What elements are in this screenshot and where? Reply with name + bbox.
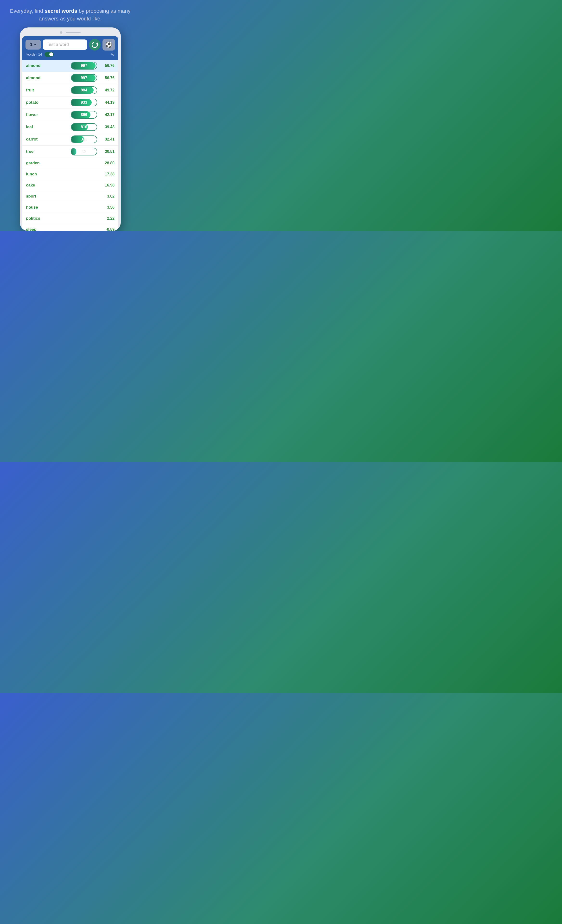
phone-speaker	[66, 32, 81, 33]
word-name: fruit	[26, 88, 71, 93]
score-percent: 30.51	[100, 149, 114, 154]
word-name: sport	[26, 194, 71, 199]
score-percent: 32.41	[100, 137, 114, 141]
score-pill: 997	[71, 62, 97, 69]
category-button[interactable]: ⚽	[102, 39, 115, 51]
phone-frame: 1 Test a word ⚽ words · 14 %	[20, 27, 121, 231]
word-name: almond	[26, 75, 71, 80]
word-name: politics	[26, 216, 71, 221]
word-input[interactable]: Test a word	[43, 39, 87, 50]
phone-top-bar	[22, 31, 118, 36]
score-value: 933	[81, 100, 87, 105]
score-percent: -0.59	[100, 227, 114, 231]
score-percent: 2.22	[100, 216, 114, 220]
score-value: 984	[81, 88, 87, 92]
score-value: 97	[82, 149, 86, 154]
word-name: sleep	[26, 227, 71, 231]
table-row: garden28.80	[22, 158, 118, 169]
stats-left: words · 14	[27, 52, 54, 57]
phone-camera	[60, 31, 62, 34]
table-row: house3.56	[22, 202, 118, 213]
table-row: sleep-0.59	[22, 224, 118, 231]
score-pill: 324	[71, 135, 97, 143]
input-row: 1 Test a word ⚽	[25, 39, 115, 51]
percent-label: %	[111, 52, 114, 56]
word-name: lunch	[26, 172, 71, 177]
toggle-switch[interactable]	[45, 52, 54, 57]
score-value: 997	[81, 63, 87, 68]
word-name: garden	[26, 161, 71, 165]
score-percent: 49.72	[100, 88, 114, 92]
word-name: carrot	[26, 137, 71, 142]
headline: Everyday, find secret words by proposing…	[0, 0, 141, 27]
table-row: tree9730.51	[22, 146, 118, 158]
word-name: potato	[26, 100, 71, 105]
score-pill: 984	[71, 86, 97, 94]
score-percent: 42.17	[100, 112, 114, 117]
app-container: 1 Test a word ⚽ words · 14 %	[22, 36, 118, 231]
score-percent: 56.76	[100, 76, 114, 80]
word-name: flower	[26, 112, 71, 117]
score-percent: 3.56	[100, 205, 114, 210]
table-row: fruit98449.72	[22, 84, 118, 96]
score-percent: 16.98	[100, 183, 114, 188]
table-row: almond99756.76	[22, 60, 118, 72]
headline-part1: Everyday, find	[10, 8, 45, 14]
score-percent: 3.62	[100, 194, 114, 198]
score-value: 816	[81, 125, 87, 129]
score-percent: 56.76	[100, 63, 114, 68]
soccer-icon: ⚽	[105, 41, 112, 48]
score-pill: 933	[71, 99, 97, 106]
words-list: almond99756.76almond99756.76fruit98449.7…	[22, 60, 118, 231]
chevron-down-icon	[34, 44, 36, 45]
word-name: house	[26, 205, 71, 210]
stats-row: words · 14 %	[25, 51, 115, 57]
dropdown-value: 1	[30, 42, 33, 47]
table-row: politics2.22	[22, 213, 118, 224]
word-name: leaf	[26, 124, 71, 129]
score-percent: 17.38	[100, 172, 114, 176]
score-value: 896	[81, 112, 87, 117]
table-row: carrot32432.41	[22, 133, 118, 146]
score-pill: 816	[71, 123, 97, 131]
table-row: lunch17.38	[22, 169, 118, 180]
score-pill: 97	[71, 148, 97, 156]
refresh-button[interactable]	[89, 39, 100, 51]
score-percent: 39.48	[100, 125, 114, 129]
table-row: potato93344.19	[22, 96, 118, 109]
table-row: almond99756.76	[22, 72, 118, 84]
score-percent: 44.19	[100, 100, 114, 105]
app-header: 1 Test a word ⚽ words · 14 %	[22, 36, 118, 60]
headline-bold: secret words	[45, 8, 77, 14]
words-count-label: words · 14	[27, 52, 42, 56]
word-name: almond	[26, 63, 71, 68]
word-name: cake	[26, 183, 71, 188]
table-row: sport3.62	[22, 191, 118, 202]
refresh-icon	[90, 40, 99, 49]
word-name: tree	[26, 149, 71, 154]
word-input-placeholder: Test a word	[46, 42, 69, 47]
score-pill: 997	[71, 74, 97, 82]
table-row: leaf81639.48	[22, 121, 118, 133]
puzzle-number-dropdown[interactable]: 1	[25, 40, 41, 50]
table-row: flower89642.17	[22, 109, 118, 121]
score-pill: 896	[71, 111, 97, 118]
pill-fill	[71, 148, 76, 155]
score-percent: 28.80	[100, 161, 114, 165]
table-row: cake16.98	[22, 180, 118, 191]
score-value: 324	[81, 137, 87, 141]
score-value: 997	[81, 76, 87, 80]
